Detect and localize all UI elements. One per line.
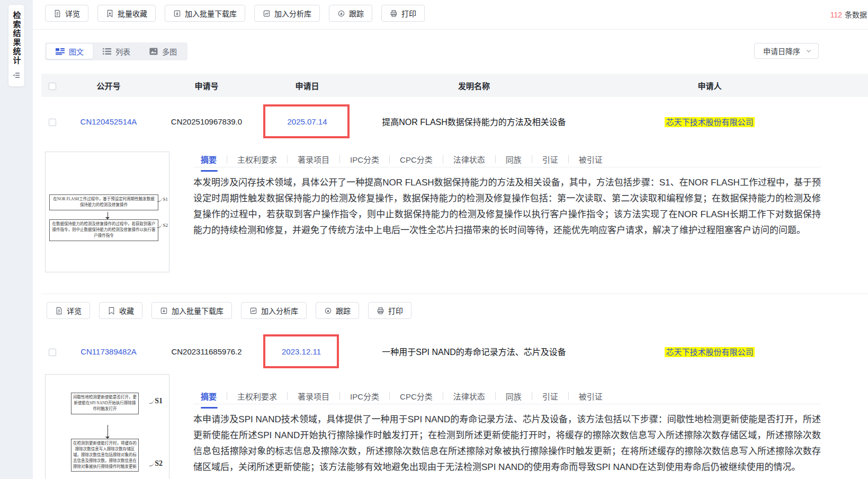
invention-title[interactable]: 一种用于SPI NAND的寿命记录方法、芯片及设备 xyxy=(355,345,593,358)
printer-icon xyxy=(390,10,398,17)
column-header-applicant[interactable]: 申请人 xyxy=(593,80,826,91)
tab-ipc[interactable]: IPC分类 xyxy=(340,391,389,402)
application-date: 2023.12.11 xyxy=(282,347,321,356)
column-header-publication-no[interactable]: 公开号 xyxy=(64,80,154,91)
track-button[interactable]: 跟踪 xyxy=(316,302,359,319)
result-detail-1: 在NOR FLASH工作过程中，基于预设定时周期性触发数据保持能力的检测及修复操… xyxy=(45,152,868,272)
applicant-name-highlighted[interactable]: 芯天下技术股份有限公司 xyxy=(665,117,754,127)
button-label: 加入批量下载库 xyxy=(172,305,223,316)
tab-main-claim[interactable]: 主权利要求 xyxy=(227,154,287,165)
select-all-checkbox[interactable] xyxy=(49,83,56,90)
tab-cited-by[interactable]: 被引证 xyxy=(569,391,613,402)
result-row-2: CN117389482A CN202311685976.2 2023.12.11… xyxy=(41,333,868,370)
row-checkbox[interactable] xyxy=(49,119,56,126)
batch-favorite-button[interactable]: 批量收藏 xyxy=(97,5,156,22)
patent-drawing-thumbnail[interactable]: 间歇性地检测更新使能是否打开，更新使能在SPI NAND开始执行擦除操作时触发打… xyxy=(45,374,169,479)
sort-selected-label: 申请日降序 xyxy=(763,46,800,56)
collapse-panel-icon[interactable] xyxy=(13,72,20,81)
publication-number-link[interactable]: CN117389482A xyxy=(80,347,137,356)
tab-legal-status[interactable]: 法律状态 xyxy=(443,154,495,165)
download-box-icon xyxy=(160,307,168,315)
tab-cpc[interactable]: CPC分类 xyxy=(390,154,443,165)
tab-cpc[interactable]: CPC分类 xyxy=(390,391,443,402)
column-header-application-no[interactable]: 申请号 xyxy=(154,80,259,91)
tab-biblio[interactable]: 著录项目 xyxy=(288,391,339,402)
document-icon xyxy=(55,307,63,315)
view-tab-label: 多图 xyxy=(162,46,177,57)
abstract-text: 本发明涉及闪存技术领域，具体公开了一种提高NOR FLASH数据保持能力的方法及… xyxy=(193,175,821,238)
tab-family[interactable]: 同族 xyxy=(496,154,532,165)
print-button[interactable]: 打印 xyxy=(368,302,411,319)
toolbar-divider xyxy=(33,29,868,30)
view-tab-image-text[interactable]: 图文 xyxy=(47,44,93,59)
tab-family[interactable]: 同族 xyxy=(496,391,532,402)
detail-view-button[interactable]: 详览 xyxy=(45,5,88,22)
add-batch-download-button[interactable]: 加入批量下载库 xyxy=(151,302,232,319)
favorite-button[interactable]: 收藏 xyxy=(99,302,142,319)
bookmark-icon xyxy=(108,307,115,315)
result-divider xyxy=(41,294,868,294)
table-header: 公开号 申请号 申请日 发明名称 申请人 xyxy=(41,74,868,97)
results-count-unit: 条数据 xyxy=(845,11,867,19)
tab-citation[interactable]: 引证 xyxy=(532,391,568,402)
application-number: CN202311685976.2 xyxy=(154,347,259,356)
view-tab-list[interactable]: 列表 xyxy=(94,44,139,59)
flowchart-step-label: S1 xyxy=(149,397,163,405)
flowchart-step-label: S2 xyxy=(157,223,168,228)
tab-legal-status[interactable]: 法律状态 xyxy=(443,391,495,402)
track-icon xyxy=(324,307,332,315)
flowchart-step-box: 在检测到更新使能打开时，将缓存的擦除次数信息写入擦除次数存储区域，擦除次数信息包… xyxy=(71,439,139,472)
add-analysis-button[interactable]: 加入分析库 xyxy=(254,5,320,22)
tab-main-claim[interactable]: 主权利要求 xyxy=(227,391,287,402)
applicant-name-highlighted[interactable]: 芯天下技术股份有限公司 xyxy=(665,347,754,357)
tab-abstract[interactable]: 摘要 xyxy=(193,154,227,165)
search-stats-label: 检索结果统计 xyxy=(11,11,22,65)
results-count-value: 112 xyxy=(830,11,842,19)
top-toolbar: 详览 批量收藏 加入批量下载库 加入分析库 跟踪 打印 xyxy=(33,0,868,25)
application-number: CN202510967839.0 xyxy=(154,117,259,126)
add-analysis-button[interactable]: 加入分析库 xyxy=(241,302,307,319)
button-label: 跟踪 xyxy=(336,305,351,316)
button-label: 详览 xyxy=(65,8,80,19)
column-header-application-date[interactable]: 申请日 xyxy=(259,80,355,91)
result-detail-2: 间歇性地检测更新使能是否打开，更新使能在SPI NAND开始执行擦除操作时触发打… xyxy=(45,374,868,479)
sort-dropdown[interactable]: 申请日降序 xyxy=(754,43,819,59)
row-checkbox[interactable] xyxy=(49,349,56,356)
view-tab-multi-image[interactable]: 多图 xyxy=(140,44,186,59)
search-stats-panel[interactable]: 检索结果统计 xyxy=(8,4,25,87)
flowchart-step-box: 间歇性地检测更新使能是否打开，更新使能在SPI NAND开始执行擦除操作时触发打… xyxy=(71,393,139,414)
patent-drawing-thumbnail[interactable]: 在NOR FLASH工作过程中，基于预设定时周期性触发数据保持能力的检测及修复操… xyxy=(45,152,169,272)
tab-abstract[interactable]: 摘要 xyxy=(193,391,227,402)
view-tab-label: 图文 xyxy=(69,46,84,57)
publication-number-link[interactable]: CN120452514A xyxy=(80,117,137,126)
tab-ipc[interactable]: IPC分类 xyxy=(340,154,389,165)
view-tab-label: 列表 xyxy=(115,46,130,57)
results-main: 详览 批量收藏 加入批量下载库 加入分析库 跟踪 打印 xyxy=(33,0,868,479)
button-label: 打印 xyxy=(401,8,416,19)
print-button[interactable]: 打印 xyxy=(381,5,425,22)
printer-icon xyxy=(377,307,384,315)
tab-biblio[interactable]: 著录项目 xyxy=(288,154,339,165)
button-label: 收藏 xyxy=(119,305,134,316)
flowchart-step-label: S2 xyxy=(149,459,163,468)
results-count: 112条数据 xyxy=(830,9,867,20)
add-batch-download-button[interactable]: 加入批量下载库 xyxy=(165,5,245,22)
button-label: 加入分析库 xyxy=(261,305,298,316)
column-header-invention-title[interactable]: 发明名称 xyxy=(355,80,593,91)
detail-view-button[interactable]: 详览 xyxy=(47,302,90,319)
invention-title[interactable]: 提高NOR FLASH数据保持能力的方法及相关设备 xyxy=(355,115,593,128)
patent-search-results-page: 检索结果统计 详览 批量收藏 加入批量下载库 加入分析库 xyxy=(0,0,868,479)
tab-citation[interactable]: 引证 xyxy=(532,154,568,165)
button-label: 详览 xyxy=(67,305,82,316)
view-switcher: 图文 列表 多图 xyxy=(45,42,187,60)
flowchart-arrow xyxy=(108,425,108,437)
chevron-down-icon xyxy=(806,48,812,54)
button-label: 打印 xyxy=(388,305,403,316)
tab-cited-by[interactable]: 被引证 xyxy=(569,154,613,165)
analysis-chart-icon xyxy=(263,10,271,17)
flowchart-step-label: S1 xyxy=(157,197,168,202)
list-icon xyxy=(103,48,111,55)
track-button[interactable]: 跟踪 xyxy=(329,5,372,22)
flowchart-step-box: 在数据保持能力的检测及修复操作的过程中，若获取到客户操作指令，则中止数据保持能力… xyxy=(49,219,158,241)
button-label: 批量收藏 xyxy=(118,8,147,19)
